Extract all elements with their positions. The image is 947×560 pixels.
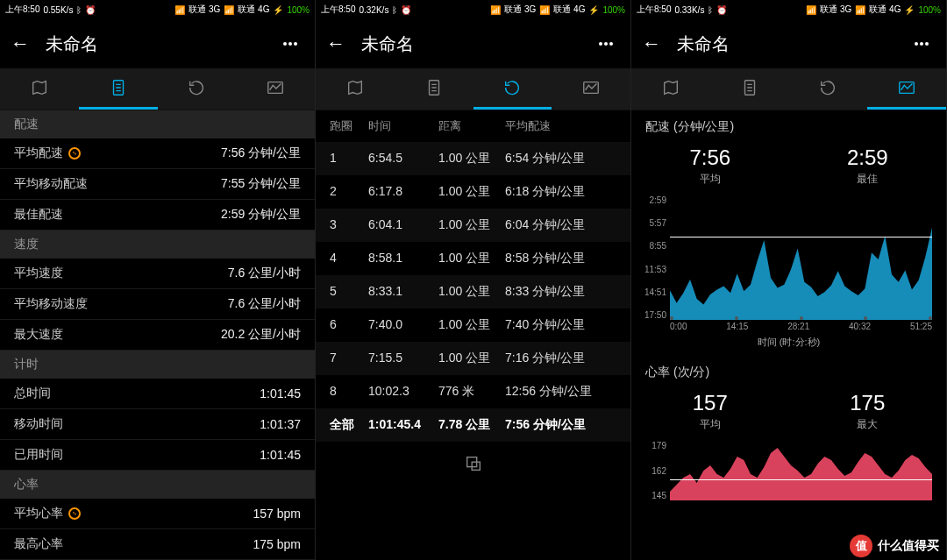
container: 上午8:50 0.55K/s ᛒ ⏰ 📶 联通 3G 📶 联通 4G ⚡ 100… bbox=[0, 0, 947, 560]
screen-laps: 上午8:50 0.32K/s ᛒ ⏰ 📶 联通 3G 📶 联通 4G ⚡ 100… bbox=[316, 0, 631, 560]
stat-row: 总时间1:01:45 bbox=[0, 379, 315, 409]
overflow-menu-button[interactable] bbox=[915, 42, 936, 46]
tab-laps[interactable] bbox=[789, 68, 868, 110]
tabs bbox=[316, 68, 630, 110]
section-header: 速度 bbox=[0, 230, 315, 259]
tab-details[interactable] bbox=[79, 68, 158, 110]
stat-label: 移动时间 bbox=[14, 416, 63, 432]
signal-icon: 📶 bbox=[490, 5, 501, 15]
status-speed: 0.55K/s bbox=[43, 5, 73, 15]
stat-label: 最高心率 bbox=[14, 536, 63, 552]
carrier1: 联通 3G bbox=[504, 4, 536, 16]
lap-time: 7:40.0 bbox=[368, 317, 438, 333]
y-tick: 14:51 bbox=[635, 287, 666, 297]
tab-charts[interactable] bbox=[867, 68, 946, 110]
bluetooth-icon: ᛒ bbox=[76, 5, 82, 15]
lap-dist: 776 米 bbox=[438, 384, 505, 400]
lap-row[interactable]: 48:58.11.00 公里8:58 分钟/公里 bbox=[316, 242, 630, 275]
pace-avg-value: 7:56 bbox=[689, 145, 730, 170]
y-tick: 2:59 bbox=[635, 195, 666, 205]
lap-row[interactable]: 26:17.81.00 公里6:18 分钟/公里 bbox=[316, 175, 630, 209]
lap-dist: 1.00 公里 bbox=[438, 217, 505, 233]
tab-laps[interactable] bbox=[474, 68, 552, 110]
status-bar: 上午8:50 0.33K/s ᛒ ⏰ 📶 联通 3G 📶 联通 4G ⚡ 100… bbox=[631, 0, 946, 19]
back-button[interactable]: ← bbox=[642, 32, 673, 55]
lap-row[interactable]: 77:15.51.00 公里7:16 分钟/公里 bbox=[316, 342, 630, 375]
hr-chart-title: 心率 (次/分) bbox=[631, 356, 946, 386]
stat-value: 2:59 分钟/公里 bbox=[221, 207, 301, 223]
avg-line bbox=[670, 479, 932, 480]
pace-chart: 2:595:578:5511:5314:5117:50 0:0014:1528:… bbox=[631, 195, 946, 336]
lap-time: 10:02.3 bbox=[368, 384, 438, 400]
stat-label: 已用时间 bbox=[14, 447, 63, 463]
stat-row: 最大速度20.2 公里/小时 bbox=[0, 320, 315, 351]
lap-row[interactable]: 810:02.3776 米12:56 分钟/公里 bbox=[316, 375, 630, 408]
laps-content: 跑圈 时间 距离 平均配速 16:54.51.00 公里6:54 分钟/公里26… bbox=[316, 110, 630, 560]
lap-time: 6:54.5 bbox=[368, 151, 438, 167]
lap-pace: 8:33 分钟/公里 bbox=[505, 284, 616, 300]
lap-num: 6 bbox=[330, 317, 368, 333]
lap-dist: 1.00 公里 bbox=[438, 251, 505, 266]
signal-icon: 📶 bbox=[174, 5, 185, 15]
carrier1: 联通 3G bbox=[189, 4, 220, 16]
y-tick: 11:53 bbox=[635, 265, 666, 274]
app-bar: ← 未命名 bbox=[631, 19, 946, 68]
stat-label: 平均移动速度 bbox=[14, 296, 88, 312]
tab-map[interactable] bbox=[631, 68, 710, 110]
export-button[interactable] bbox=[316, 442, 630, 486]
lap-row[interactable]: 36:04.11.00 公里6:04 分钟/公里 bbox=[316, 209, 630, 242]
stat-value: 7.6 公里/小时 bbox=[228, 296, 301, 312]
stat-row: 平均配速∿7:56 分钟/公里 bbox=[0, 138, 315, 169]
y-tick: 145 bbox=[635, 491, 666, 500]
lap-num: 4 bbox=[330, 251, 368, 266]
tab-map[interactable] bbox=[316, 68, 395, 110]
pace-chart-title: 配速 (分钟/公里) bbox=[631, 110, 946, 140]
signal-icon: 📶 bbox=[806, 5, 816, 15]
hr-summary: 157平均 175最大 bbox=[631, 386, 946, 441]
lap-pace: 6:18 分钟/公里 bbox=[505, 184, 616, 200]
back-button[interactable]: ← bbox=[326, 32, 358, 55]
status-speed: 0.33K/s bbox=[674, 5, 704, 15]
lap-pace: 7:16 分钟/公里 bbox=[505, 351, 616, 366]
lap-row[interactable]: 58:33.11.00 公里8:33 分钟/公里 bbox=[316, 275, 630, 308]
stat-value: 1:01:37 bbox=[260, 417, 301, 431]
status-bar: 上午8:50 0.55K/s ᛒ ⏰ 📶 联通 3G 📶 联通 4G ⚡ 100… bbox=[0, 0, 315, 19]
overflow-menu-button[interactable] bbox=[599, 42, 620, 46]
x-tick: 28:21 bbox=[787, 322, 809, 336]
tab-charts[interactable] bbox=[552, 68, 630, 110]
total-dist: 7.78 公里 bbox=[438, 417, 505, 433]
charts-content: 配速 (分钟/公里) 7:56平均 2:59最佳 2:595:578:5511:… bbox=[631, 110, 946, 560]
hr-chart: 179162145 bbox=[631, 441, 946, 500]
stat-value: 20.2 公里/小时 bbox=[221, 327, 301, 343]
charge-icon: ⚡ bbox=[273, 5, 283, 15]
y-tick: 17:50 bbox=[635, 310, 666, 320]
signal-icon: 📶 bbox=[855, 5, 865, 15]
stat-value: 157 bpm bbox=[253, 507, 301, 521]
lap-pace: 12:56 分钟/公里 bbox=[505, 384, 616, 400]
bluetooth-icon: ᛒ bbox=[708, 5, 713, 15]
lap-num: 7 bbox=[330, 351, 368, 366]
svg-marker-9 bbox=[670, 448, 932, 500]
hr-avg-label: 平均 bbox=[693, 417, 728, 432]
tab-details[interactable] bbox=[395, 68, 474, 110]
back-button[interactable]: ← bbox=[11, 32, 42, 55]
tab-map[interactable] bbox=[0, 68, 79, 110]
total-time: 1:01:45.4 bbox=[368, 417, 438, 433]
overflow-menu-button[interactable] bbox=[283, 42, 304, 46]
hr-max-label: 最大 bbox=[850, 417, 885, 432]
lap-num: 8 bbox=[330, 384, 368, 400]
lap-total-row: 全部 1:01:45.4 7.78 公里 7:56 分钟/公里 bbox=[316, 408, 630, 442]
signal-icon: 📶 bbox=[224, 5, 234, 15]
lap-row[interactable]: 16:54.51.00 公里6:54 分钟/公里 bbox=[316, 142, 630, 175]
tab-charts[interactable] bbox=[236, 68, 315, 110]
screen-stats: 上午8:50 0.55K/s ᛒ ⏰ 📶 联通 3G 📶 联通 4G ⚡ 100… bbox=[0, 0, 316, 560]
lap-row[interactable]: 67:40.01.00 公里7:40 分钟/公里 bbox=[316, 308, 630, 342]
col-time: 时间 bbox=[368, 118, 438, 134]
tab-laps[interactable] bbox=[158, 68, 237, 110]
status-time: 上午8:50 bbox=[637, 4, 671, 16]
x-tick: 40:32 bbox=[849, 322, 871, 336]
avg-line bbox=[670, 237, 932, 237]
alarm-icon: ⏰ bbox=[716, 5, 727, 15]
tab-details[interactable] bbox=[710, 68, 789, 110]
x-tick: 14:15 bbox=[726, 322, 748, 336]
